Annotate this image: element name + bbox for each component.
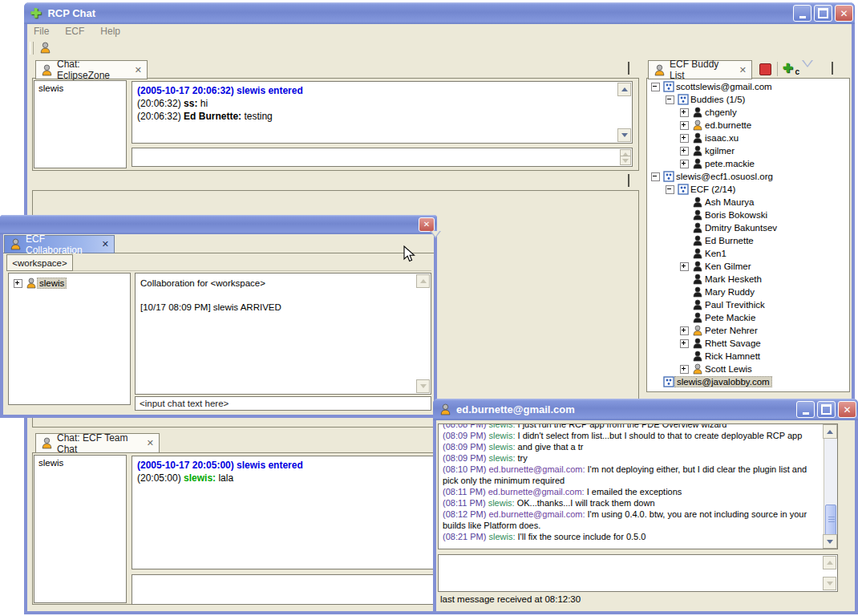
scroll-up-icon[interactable] — [416, 274, 430, 288]
tree-item[interactable]: Rick Hamnett — [648, 350, 848, 363]
chat-input[interactable] — [132, 148, 633, 167]
tree-expander[interactable] — [680, 262, 689, 271]
tree-expander[interactable] — [666, 95, 674, 104]
tree-item[interactable]: Mary Ruddy — [648, 286, 848, 298]
tree-expander[interactable] — [680, 365, 689, 374]
tree-item[interactable]: Pete Mackie — [648, 311, 848, 324]
tree-expander[interactable] — [14, 279, 22, 288]
tree-item[interactable]: ed.burnette — [648, 119, 848, 132]
tree-item[interactable]: Buddies (1/5) — [648, 93, 848, 106]
tree-expander[interactable] — [680, 121, 689, 130]
collab-log[interactable]: Collaboration for <workspace>[10/17 08:0… — [135, 273, 431, 395]
tree-item[interactable]: slewis@javalobby.com — [648, 375, 848, 388]
chat-tab-icon — [41, 437, 53, 449]
tree-expander[interactable] — [680, 326, 689, 335]
menu-file[interactable]: File — [34, 26, 49, 37]
scroll-up-icon[interactable] — [617, 83, 631, 96]
tree-expander[interactable] — [651, 172, 660, 181]
chat-buddy-icon[interactable] — [39, 42, 51, 54]
message-log[interactable]: (08:08 PM) slewis: I just run the RCP ap… — [438, 424, 838, 549]
minimize-button[interactable] — [793, 5, 811, 22]
pane-maximize-icon[interactable] — [628, 64, 638, 73]
tab-close-icon[interactable]: ✕ — [147, 438, 154, 448]
tree-item[interactable]: Ken1 — [648, 247, 848, 260]
tree-item-label: Ken Gilmer — [703, 261, 753, 271]
collab-window-titlebar[interactable]: ✕ — [0, 215, 437, 234]
tree-expander[interactable] — [680, 134, 689, 143]
tree-expander[interactable] — [680, 339, 689, 348]
tree-expander[interactable] — [680, 108, 689, 117]
tab-workspace-label: <workspace> — [12, 258, 67, 268]
minimize-button[interactable] — [796, 401, 815, 418]
edburnette-titlebar[interactable]: ed.burnette@gmail.com ✕ — [433, 399, 858, 420]
tree-item[interactable]: Mark Hesketh — [648, 273, 848, 286]
tab-buddy-list[interactable]: ECF Buddy List ✕ — [648, 60, 752, 79]
maximize-button[interactable] — [814, 5, 832, 22]
add-buddy-button[interactable]: ✚c — [783, 62, 799, 76]
close-button[interactable]: ✕ — [835, 5, 853, 22]
tree-item[interactable]: Boris Bokowski — [648, 209, 848, 221]
tree-item[interactable]: Peter Nehrer — [648, 324, 848, 337]
tab-close-icon[interactable]: ✕ — [135, 65, 142, 75]
tab-close-icon[interactable]: ✕ — [739, 65, 747, 75]
tree-item[interactable]: Ash Maurya — [648, 196, 848, 209]
maximize-button[interactable] — [817, 401, 836, 418]
tree-expander[interactable] — [680, 160, 689, 168]
group-icon — [678, 94, 689, 105]
message-sender: slewis: — [488, 424, 515, 429]
chat-input[interactable]: <input chat text here> — [135, 396, 431, 411]
tab-eclipsezone[interactable]: Chat: EclipseZone ✕ — [35, 60, 148, 79]
scroll-down-icon[interactable] — [617, 128, 631, 142]
scroll-down-icon[interactable] — [416, 379, 430, 393]
participant-list[interactable]: slewis — [34, 80, 127, 168]
tree-expander[interactable] — [680, 147, 689, 156]
pane-maximize-icon[interactable] — [628, 176, 638, 185]
toolbar-handle[interactable] — [30, 42, 34, 55]
scrollbar[interactable] — [824, 424, 837, 549]
pane-minimize-icon[interactable] — [614, 176, 625, 185]
participant-list[interactable]: slewis — [34, 455, 127, 603]
main-window-titlebar[interactable]: ✚ RCP Chat ✕ — [24, 2, 855, 24]
tree-item[interactable]: Scott Lewis — [648, 363, 848, 375]
chat-input[interactable] — [438, 554, 838, 592]
tab-workspace[interactable]: <workspace> — [6, 254, 73, 271]
menu-help[interactable]: Help — [100, 26, 120, 37]
view-menu-icon[interactable] — [802, 60, 813, 77]
tab-close-icon[interactable]: ✕ — [102, 239, 109, 249]
menu-ecf[interactable]: ECF — [65, 26, 84, 37]
message-sender: slewis: — [488, 498, 515, 508]
tree-item[interactable]: Ken Gilmer — [648, 260, 848, 273]
stop-button[interactable] — [759, 63, 771, 75]
pane-minimize-icon[interactable] — [818, 64, 828, 73]
tree-item[interactable]: Rhett Savage — [648, 337, 848, 350]
tree-item[interactable]: ECF (2/14) — [648, 183, 848, 196]
message-log[interactable]: (2005-10-17 20:06:32) slewis entered(20:… — [132, 81, 633, 144]
tree-item[interactable]: isaac.xu — [648, 132, 848, 144]
tab-collaboration[interactable]: ECF Collaboration ✕ — [4, 235, 115, 253]
collab-member-tree[interactable]: slewis — [8, 273, 131, 405]
scroll-up-icon[interactable] — [823, 424, 837, 439]
scroll-down-icon[interactable] — [823, 534, 837, 549]
tree-item[interactable]: slewis@ecf1.osuosl.org — [648, 170, 848, 183]
close-button[interactable]: ✕ — [838, 401, 856, 418]
close-button[interactable]: ✕ — [419, 217, 435, 232]
tree-expander[interactable] — [666, 185, 674, 194]
chat-user-item[interactable]: slewis — [38, 458, 122, 468]
tab-teamchat[interactable]: Chat: ECF Team Chat ✕ — [35, 433, 160, 453]
tree-item[interactable]: kgilmer — [648, 144, 848, 157]
tree-item[interactable]: Ed Burnette — [648, 234, 848, 247]
chat-user-item[interactable]: slewis — [38, 83, 122, 93]
tree-item[interactable]: Paul Trevithick — [648, 298, 848, 311]
tree-item[interactable]: pete.mackie — [648, 157, 848, 170]
message-timestamp: (08:10 PM) — [443, 464, 488, 474]
tree-item[interactable]: slewis — [10, 277, 128, 290]
pane-maximize-icon[interactable] — [832, 64, 842, 73]
scroll-thumb[interactable] — [825, 505, 836, 537]
tree-item[interactable]: scottslewis@gmail.com — [648, 80, 848, 93]
tree-item-label: ECF (2/14) — [689, 184, 737, 194]
view-menu-icon[interactable] — [430, 231, 441, 248]
tree-item[interactable]: Dmitry Bakuntsev — [648, 221, 848, 234]
tree-item[interactable]: chgenly — [648, 106, 848, 119]
tree-expander[interactable] — [651, 83, 660, 91]
pane-minimize-icon[interactable] — [614, 64, 625, 73]
